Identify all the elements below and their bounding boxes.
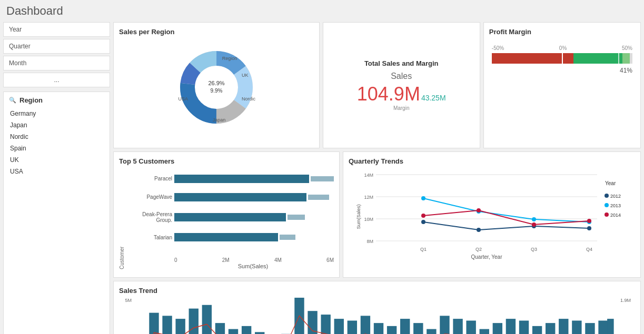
- svg-text:Q1: Q1: [420, 247, 427, 252]
- svg-text:9.9%: 9.9%: [210, 88, 222, 94]
- donut-chart: 26.9% 9.9% Region UK Nordic Japan USA: [119, 40, 314, 135]
- svg-rect-70: [440, 316, 449, 334]
- svg-rect-74: [493, 323, 502, 334]
- bar-paracel-small: [311, 176, 334, 181]
- svg-text:Sum(Sales): Sum(Sales): [356, 204, 361, 229]
- region-usa[interactable]: USA: [9, 166, 104, 177]
- svg-rect-82: [598, 321, 608, 334]
- sales-trend-card: Sales Trend 5M 2.5M 0: [113, 281, 641, 334]
- svg-point-37: [477, 208, 481, 212]
- svg-rect-76: [519, 321, 529, 334]
- svg-rect-72: [466, 321, 475, 334]
- profit-margin-card: Profit Margin -50% 0% 50%: [483, 22, 641, 148]
- svg-rect-77: [532, 326, 542, 334]
- svg-rect-56: [255, 332, 264, 334]
- svg-text:2012: 2012: [610, 194, 621, 199]
- quarterly-chart: 14M 12M 10M 8M Q1 Q2 Q3 Q4 Quarter, Year…: [349, 169, 635, 275]
- svg-rect-61: [321, 315, 330, 334]
- svg-text:8M: 8M: [366, 239, 373, 244]
- svg-text:Japan: Japan: [213, 117, 226, 123]
- svg-text:26.9%: 26.9%: [208, 80, 224, 86]
- donut-svg: 26.9% 9.9% Region UK Nordic Japan USA: [174, 45, 259, 129]
- x-ticks: 0 2M 4M 6M: [125, 257, 334, 263]
- region-list: Germany Japan Nordic Spain UK USA: [9, 108, 104, 177]
- profit-bar: [492, 53, 632, 64]
- region-nordic[interactable]: Nordic: [9, 131, 104, 142]
- svg-rect-48: [149, 313, 158, 334]
- svg-point-36: [421, 214, 425, 218]
- profit-percentage: 41%: [492, 67, 632, 74]
- total-sales-content: Sales 104.9M 43.25M Margin: [357, 72, 446, 111]
- region-spain[interactable]: Spain: [9, 143, 104, 154]
- svg-point-41: [605, 194, 609, 198]
- region-section: 🔍 Region Germany Japan Nordic Spain UK U…: [3, 92, 110, 334]
- margin-value: 43.25M: [421, 94, 446, 102]
- svg-rect-68: [413, 323, 423, 334]
- margin-y-labels: 1.9M 1.2M 600k: [618, 298, 635, 334]
- filter-month[interactable]: Month: [3, 56, 110, 70]
- region-germany[interactable]: Germany: [9, 108, 104, 119]
- svg-rect-62: [334, 319, 344, 334]
- svg-rect-71: [453, 319, 462, 334]
- svg-rect-54: [229, 329, 238, 334]
- margin-label: Margin: [357, 105, 446, 111]
- quarterly-svg: 14M 12M 10M 8M Q1 Q2 Q3 Q4 Quarter, Year…: [349, 169, 635, 267]
- svg-text:Region: Region: [222, 56, 237, 61]
- bar-row-pagewave: PageWave: [125, 193, 334, 201]
- svg-text:12M: 12M: [364, 195, 373, 200]
- x-label: Sum(Sales): [125, 263, 334, 269]
- svg-text:Q3: Q3: [531, 247, 537, 252]
- svg-text:Nordic: Nordic: [242, 96, 256, 102]
- svg-point-34: [532, 217, 536, 221]
- svg-rect-75: [506, 319, 516, 334]
- svg-text:UK: UK: [242, 73, 249, 78]
- top5-chart-area: Customer Paracel: [119, 169, 334, 269]
- svg-text:2013: 2013: [610, 203, 621, 208]
- customer-y-label: Customer: [119, 169, 125, 269]
- region-japan[interactable]: Japan: [9, 120, 104, 130]
- dashboard-title: Dashboard: [0, 0, 644, 22]
- total-sales-title: Total Sales and Margin: [364, 59, 439, 67]
- svg-rect-55: [242, 326, 251, 334]
- profit-margin-title: Profit Margin: [489, 28, 635, 36]
- filter-year[interactable]: Year: [3, 22, 110, 37]
- quarterly-title: Quarterly Trends: [349, 157, 635, 165]
- svg-rect-78: [546, 323, 555, 334]
- sidebar: Year Quarter Month ... 🔍 Region Germany …: [3, 22, 110, 334]
- sales-trend-chart: 5M 2.5M 0: [119, 298, 635, 334]
- svg-rect-64: [361, 316, 370, 334]
- svg-text:10M: 10M: [364, 217, 373, 222]
- svg-rect-63: [348, 321, 357, 334]
- svg-rect-83: [607, 319, 614, 334]
- sales-per-region-title: Sales per Region: [119, 28, 314, 36]
- svg-text:Q2: Q2: [475, 247, 482, 252]
- trend-bars-container: [134, 298, 618, 334]
- svg-rect-52: [202, 305, 212, 334]
- sales-per-region-card: Sales per Region: [113, 22, 320, 148]
- bar-paracel-main: [174, 175, 309, 183]
- bar-row-talarian: Talarian: [125, 233, 334, 241]
- svg-point-31: [587, 226, 591, 230]
- bar-row-deak: Deak-Perera Group.: [125, 211, 334, 223]
- profit-axis: -50% 0% 50%: [492, 45, 632, 51]
- svg-point-39: [587, 219, 591, 223]
- svg-point-45: [605, 212, 609, 217]
- filter-quarter[interactable]: Quarter: [3, 39, 110, 54]
- svg-rect-81: [585, 323, 595, 334]
- svg-point-32: [421, 196, 425, 200]
- filter-more[interactable]: ...: [3, 73, 110, 87]
- svg-rect-73: [480, 329, 489, 334]
- sales-label: Sales: [357, 72, 446, 81]
- bar-row-paracel: Paracel: [125, 175, 334, 183]
- svg-text:Q4: Q4: [586, 247, 592, 252]
- svg-rect-65: [374, 323, 383, 334]
- svg-point-29: [477, 228, 481, 232]
- svg-text:2014: 2014: [610, 212, 621, 218]
- svg-text:Year: Year: [605, 180, 616, 186]
- svg-text:USA: USA: [178, 96, 188, 102]
- region-uk[interactable]: UK: [9, 155, 104, 165]
- svg-rect-69: [427, 329, 436, 334]
- trend-bars-svg: [134, 298, 618, 334]
- top5-customers-card: Top 5 Customers Customer Paracel: [113, 151, 340, 278]
- svg-rect-53: [215, 323, 225, 334]
